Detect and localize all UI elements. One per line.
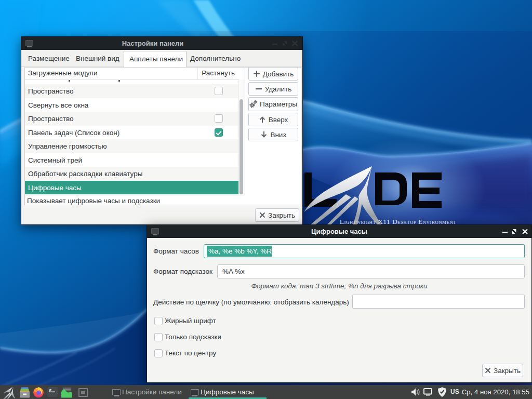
svg-text:$: $ [49,389,52,394]
